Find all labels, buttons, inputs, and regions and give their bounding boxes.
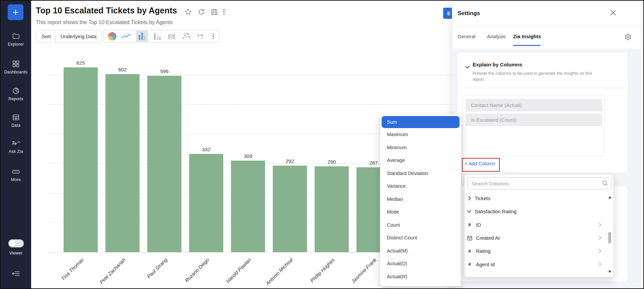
- menu-item[interactable]: Maximum: [382, 128, 460, 141]
- menu-item[interactable]: Median: [382, 193, 460, 206]
- bar-chart-icon-selected[interactable]: [136, 31, 148, 42]
- bar[interactable]: [189, 154, 223, 252]
- more-icon: [11, 168, 20, 176]
- combo-bar-chart-icon[interactable]: [167, 31, 177, 41]
- sidebar-item-dashboards[interactable]: Dashboards: [1, 60, 31, 74]
- title-action-icons: [184, 8, 225, 16]
- menu-item[interactable]: Minimum: [382, 141, 460, 154]
- stacked-bar-chart-icon[interactable]: [152, 31, 162, 41]
- number-type-icon: #: [465, 248, 475, 254]
- scroll-up-arrow[interactable]: [608, 194, 612, 200]
- bar-category-label: Antonio Micheal: [250, 257, 294, 289]
- sidebar-item-label: More: [11, 177, 21, 182]
- add-column-highlight-box: [462, 158, 500, 172]
- bar[interactable]: [231, 161, 265, 252]
- bar-value-label: 292: [276, 158, 303, 164]
- bar[interactable]: [273, 166, 307, 252]
- bar[interactable]: [64, 67, 98, 252]
- tab-analysis[interactable]: Analysis: [487, 34, 506, 39]
- column-picker-dropdown: Tickets Satisfaction Rating # ID 17 Cre: [464, 174, 614, 277]
- menu-item[interactable]: Average: [382, 154, 460, 167]
- chart-type-more-icon[interactable]: [213, 34, 214, 39]
- reports-icon: [12, 86, 20, 95]
- left-sidebar: + Explorer Dashboards Reports Data: [1, 1, 31, 288]
- save-icon[interactable]: [210, 8, 218, 16]
- favorite-star-icon[interactable]: [184, 8, 192, 16]
- field-row-created-at[interactable]: 17 Created At: [465, 231, 606, 244]
- menu-item[interactable]: Actual(D): [382, 257, 460, 270]
- refresh-icon[interactable]: [197, 8, 205, 16]
- field-label: Rating: [476, 248, 490, 254]
- number-type-icon: #: [465, 222, 475, 227]
- tab-zia-insights[interactable]: Zia Insights: [513, 34, 541, 39]
- tree-item-label: Satisfaction Rating: [475, 209, 516, 214]
- map-chart-icon[interactable]: [195, 31, 206, 41]
- menu-item-sum-selected[interactable]: Sum: [382, 116, 460, 128]
- gear-icon[interactable]: [624, 33, 632, 41]
- sidebar-item-label: Data: [11, 123, 20, 128]
- page-title: Top 10 Escalated Tickets by Agents: [36, 6, 177, 15]
- tree-item-tickets[interactable]: Tickets: [465, 192, 606, 205]
- field-row-id[interactable]: # ID: [465, 218, 606, 231]
- sidebar-item-explorer[interactable]: Explorer: [1, 32, 31, 47]
- menu-item[interactable]: Actual(R): [382, 270, 460, 283]
- bar[interactable]: [105, 74, 140, 252]
- underlying-data-button[interactable]: Underlying Data: [55, 30, 102, 43]
- menu-item[interactable]: Mode: [382, 206, 460, 219]
- chevron-right-icon[interactable]: [598, 235, 601, 241]
- chart-type-toolbar: [103, 30, 219, 43]
- close-icon[interactable]: [610, 9, 617, 16]
- field-label: Created At: [476, 235, 500, 241]
- field-row-agent-id[interactable]: # Agent Id: [465, 257, 606, 271]
- search-icon: [602, 180, 608, 188]
- menu-item[interactable]: Actual(M): [382, 244, 460, 257]
- sidebar-item-reports[interactable]: Reports: [1, 86, 31, 101]
- chevron-right-icon[interactable]: [598, 222, 601, 228]
- field-row-group-id[interactable]: # Group Id: [465, 271, 606, 276]
- sidebar-item-label: Explorer: [8, 42, 24, 47]
- pie-chart-icon[interactable]: [107, 31, 117, 41]
- create-new-button[interactable]: +: [8, 4, 23, 20]
- tree-item-satisfaction-rating[interactable]: Satisfaction Rating: [465, 205, 606, 218]
- menu-item[interactable]: Distinct Count: [382, 231, 460, 244]
- field-row-rating[interactable]: # Rating: [465, 244, 606, 257]
- sidebar-item-data[interactable]: Data: [1, 113, 31, 128]
- explain-section-description: Provide the columns to be used to genera…: [473, 70, 603, 82]
- scrollbar-thumb[interactable]: [608, 232, 611, 243]
- viewer-toggle[interactable]: [8, 239, 24, 247]
- sort-button[interactable]: Sort: [36, 30, 56, 43]
- search-columns-field: [467, 177, 612, 189]
- aggregate-function-menu: Sum Maximum Minimum Average Standard Dev…: [380, 114, 461, 286]
- selected-column-chip[interactable]: Is Escalated (Count): [466, 114, 602, 126]
- chevron-down-icon[interactable]: [465, 64, 470, 70]
- chevron-down-icon: [465, 210, 473, 213]
- column-list-scrollbar[interactable]: [608, 193, 612, 275]
- zia-icon: [11, 139, 21, 148]
- selected-column-chip[interactable]: Contact Name (Actual): [466, 99, 602, 111]
- menu-item[interactable]: Variance: [382, 180, 460, 193]
- explain-by-columns-card: Explain by Columns Provide the columns t…: [457, 52, 628, 173]
- menu-item[interactable]: Standard Deviation: [382, 167, 460, 180]
- field-label: ID: [476, 222, 481, 228]
- settings-panel-title: Settings: [458, 10, 480, 17]
- bar[interactable]: [147, 76, 181, 252]
- title-more-menu-icon[interactable]: [223, 9, 225, 15]
- tab-general[interactable]: General: [458, 34, 475, 39]
- bar[interactable]: [315, 166, 349, 252]
- gridline: [48, 75, 463, 75]
- bar-category-label: Paul Strang: [124, 257, 168, 289]
- data-icon: [12, 113, 20, 121]
- line-chart-icon[interactable]: [122, 31, 132, 41]
- chevron-right-icon[interactable]: [598, 262, 601, 268]
- bar-category-label: Jasmine Frank: [333, 257, 378, 289]
- viewer-toggle-label: Viewer: [9, 250, 23, 255]
- chevron-right-icon[interactable]: [598, 248, 601, 254]
- scatter-chart-icon[interactable]: [181, 31, 191, 41]
- search-columns-input[interactable]: [467, 177, 612, 189]
- collapse-sidebar-button[interactable]: [1, 270, 31, 277]
- scroll-down-arrow[interactable]: [608, 268, 612, 274]
- sidebar-item-more[interactable]: More: [1, 168, 31, 182]
- menu-item[interactable]: Count: [382, 219, 460, 232]
- chevron-right-icon[interactable]: [598, 275, 601, 276]
- sidebar-item-ask-zia[interactable]: Ask Zia: [1, 139, 31, 154]
